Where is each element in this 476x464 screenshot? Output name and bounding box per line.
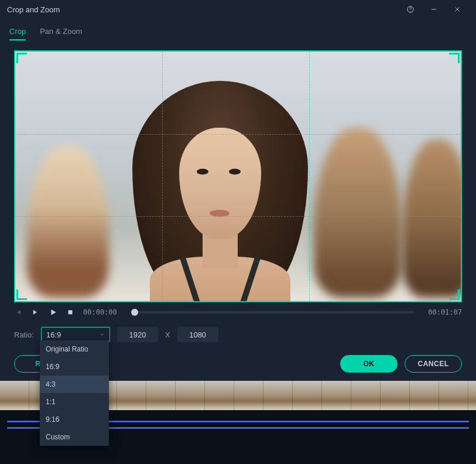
next-frame-icon [32, 308, 40, 316]
cancel-button[interactable]: CANCEL [405, 355, 462, 373]
dimension-separator: X [165, 330, 170, 339]
next-frame-button[interactable] [32, 308, 40, 316]
foreground-figure [126, 81, 314, 302]
ratio-option-custom[interactable]: Custom [40, 428, 109, 446]
crop-handle-tl[interactable] [16, 53, 27, 63]
play-icon [49, 308, 57, 316]
crop-zoom-dialog: Crop and Zoom Crop Pan & Zoom [0, 0, 476, 381]
crop-handle-tr[interactable] [449, 53, 460, 63]
help-icon [406, 5, 415, 13]
timeline-thumb[interactable] [439, 381, 468, 410]
timeline-thumb[interactable] [322, 381, 351, 410]
background-figure [27, 145, 109, 298]
tab-pan-zoom[interactable]: Pan & Zoom [40, 23, 82, 40]
ratio-option-original[interactable]: Original Ratio [40, 340, 109, 358]
ratio-dropdown: Original Ratio 16:9 4:3 1:1 9:16 Custom [40, 340, 109, 446]
minimize-button[interactable] [422, 0, 446, 19]
help-button[interactable] [399, 0, 422, 19]
background-figure [314, 128, 402, 298]
timeline-thumb[interactable] [410, 381, 439, 410]
height-input[interactable] [177, 327, 218, 342]
timeline-thumb[interactable] [468, 381, 476, 410]
timeline-thumb[interactable] [293, 381, 322, 410]
prev-frame-icon [14, 308, 22, 316]
width-input[interactable] [117, 327, 158, 342]
crop-handle-bl[interactable] [16, 289, 27, 300]
tab-crop[interactable]: Crop [9, 23, 26, 40]
titlebar: Crop and Zoom [0, 0, 476, 19]
prev-frame-button[interactable] [14, 308, 22, 316]
timeline-thumb[interactable] [381, 381, 410, 410]
chevron-down-icon [99, 330, 105, 339]
svg-point-1 [410, 11, 410, 11]
ratio-selected-value: 16:9 [46, 330, 61, 339]
grid-line [162, 52, 163, 301]
crop-handle-br[interactable] [449, 289, 460, 300]
timeline-thumb[interactable] [234, 381, 263, 410]
ratio-option-9-16[interactable]: 9:16 [40, 411, 109, 428]
stop-icon [67, 309, 74, 316]
grid-line [309, 52, 310, 301]
timeline-thumb[interactable] [176, 381, 205, 410]
close-icon [453, 5, 461, 13]
timeline-thumb[interactable] [263, 381, 293, 410]
ratio-label: Ratio: [14, 330, 34, 339]
timeline-thumb[interactable] [351, 381, 381, 410]
timeline-thumb[interactable] [146, 381, 176, 410]
seek-thumb[interactable] [131, 309, 138, 316]
ratio-option-4-3[interactable]: 4:3 [40, 376, 109, 393]
crop-frame[interactable] [14, 50, 462, 302]
grid-line [15, 134, 461, 135]
preview-area [14, 50, 462, 302]
timeline-thumb[interactable] [117, 381, 146, 410]
close-button[interactable] [446, 0, 469, 19]
time-current: 00:00:00 [83, 308, 117, 316]
play-button[interactable] [49, 308, 57, 316]
grid-line [15, 216, 461, 217]
background-figure [402, 139, 462, 298]
timeline-thumb[interactable] [0, 381, 29, 410]
transport-bar: 00:00:00 00:01:07 [0, 302, 476, 322]
tab-bar: Crop Pan & Zoom [0, 19, 476, 41]
timeline-thumb[interactable] [205, 381, 234, 410]
minimize-icon [430, 5, 438, 13]
svg-rect-5 [69, 311, 73, 315]
stop-button[interactable] [67, 309, 74, 316]
ratio-option-16-9[interactable]: 16:9 [40, 358, 109, 376]
seek-slider[interactable] [131, 311, 414, 313]
time-total: 00:01:07 [428, 308, 462, 316]
ok-button[interactable]: OK [340, 355, 398, 373]
window-title: Crop and Zoom [7, 5, 60, 14]
ratio-option-1-1[interactable]: 1:1 [40, 393, 109, 411]
